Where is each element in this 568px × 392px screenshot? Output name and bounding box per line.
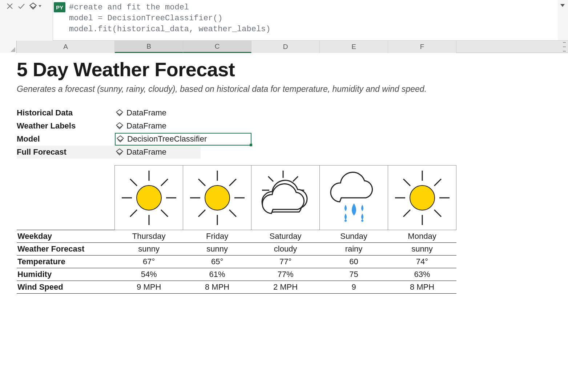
table-cell[interactable]: rainy	[320, 243, 388, 256]
meta-value-text: DataFrame	[126, 121, 166, 131]
column-header-f[interactable]: F	[388, 41, 456, 53]
table-cell[interactable]: cloudy	[251, 243, 320, 256]
cancel-icon[interactable]	[5, 1, 15, 11]
formula-bar-controls	[0, 0, 53, 41]
meta-row: Weather LabelsDataFrame	[17, 119, 568, 132]
table-cell[interactable]: 9 MPH	[115, 281, 183, 294]
worksheet[interactable]: 5 Day Weather Forecast Generates a forec…	[0, 53, 568, 392]
meta-label: Weather Labels	[17, 121, 115, 131]
table-cell[interactable]: 8 MPH	[388, 281, 456, 294]
sunny-icon	[388, 166, 456, 230]
table-cell[interactable]: Saturday	[251, 230, 320, 243]
meta-value[interactable]: DataFrame	[115, 121, 180, 131]
column-header-a[interactable]: A	[17, 41, 115, 53]
enter-icon[interactable]	[17, 1, 26, 11]
page-subtitle: Generates a forecast (sunny, rainy, clou…	[17, 84, 568, 94]
table-cell[interactable]: 8 MPH	[183, 281, 251, 294]
table-row-label: Weekday	[17, 230, 115, 243]
chevron-down-icon	[39, 5, 41, 7]
linked-data-icon	[116, 148, 124, 156]
page-title: 5 Day Weather Forecast	[17, 58, 568, 81]
meta-value[interactable]: DataFrame	[115, 108, 180, 118]
meta-row: Full ForecastDataFrame	[17, 146, 568, 159]
meta-label: Historical Data	[17, 108, 115, 118]
meta-row: ModelDecisionTreeClassifier	[17, 132, 568, 146]
table-cell[interactable]: 2 MPH	[251, 281, 320, 294]
active-cell[interactable]: DecisionTreeClassifier	[115, 133, 251, 146]
table-row-label: Humidity	[17, 268, 115, 281]
table-cell[interactable]: 77%	[251, 268, 320, 281]
meta-value-text: DecisionTreeClassifier	[127, 134, 207, 144]
weather-icon-cell	[320, 166, 388, 230]
column-headers: ABCDEF	[0, 41, 568, 53]
table-cell[interactable]: 65°	[183, 256, 251, 268]
table-cell[interactable]: 54%	[115, 268, 183, 281]
column-header-b[interactable]: B	[115, 41, 183, 53]
weather-icon-cell	[251, 166, 320, 230]
formula-bar-expand-icon[interactable]	[559, 1, 567, 9]
meta-label: Model	[17, 134, 115, 144]
linked-data-icon	[116, 122, 124, 130]
python-badge: PY	[53, 0, 66, 41]
table-cell[interactable]: Monday	[388, 230, 456, 243]
python-output-mode-icon[interactable]	[28, 1, 38, 11]
table-cell[interactable]: sunny	[388, 243, 456, 256]
table-cell[interactable]: 74°	[388, 256, 456, 268]
column-header-c[interactable]: C	[183, 41, 251, 53]
column-header-e[interactable]: E	[320, 41, 388, 53]
table-cell[interactable]: 75	[320, 268, 388, 281]
weather-icon-cell	[388, 166, 456, 230]
table-cell[interactable]: 67°	[115, 256, 183, 268]
table-cell[interactable]: Thursday	[115, 230, 183, 243]
forecast-table: WeekdayThursdayFridaySaturdaySundayMonda…	[17, 165, 456, 294]
table-cell[interactable]: Sunday	[320, 230, 388, 243]
sunny-icon	[183, 166, 251, 230]
meta-label: Full Forecast	[17, 147, 115, 157]
table-cell[interactable]: 77°	[251, 256, 320, 268]
column-header-d[interactable]: D	[251, 41, 320, 53]
linked-data-icon	[116, 135, 124, 143]
vertical-scroll-grip-icon[interactable]	[563, 42, 566, 52]
weather-icon-cell	[183, 166, 251, 230]
formula-bar: PY #create and fit the model model = Dec…	[0, 0, 568, 41]
table-cell[interactable]: 63%	[388, 268, 456, 281]
table-cell[interactable]: 9	[320, 281, 388, 294]
table-row-label: Wind Speed	[17, 281, 115, 294]
table-row-label: Temperature	[17, 256, 115, 268]
table-row-label	[17, 166, 115, 230]
meta-table: Historical DataDataFrameWeather LabelsDa…	[17, 106, 568, 159]
sunny-icon	[115, 166, 183, 230]
cloudy-icon	[251, 166, 319, 230]
table-cell[interactable]: sunny	[183, 243, 251, 256]
meta-value[interactable]: DataFrame	[115, 147, 180, 157]
table-cell[interactable]: 61%	[183, 268, 251, 281]
meta-row: Historical DataDataFrame	[17, 106, 568, 119]
linked-data-icon	[116, 109, 124, 117]
meta-value-text: DataFrame	[126, 108, 166, 118]
formula-bar-code[interactable]: #create and fit the model model = Decisi…	[66, 0, 558, 40]
table-cell[interactable]: Friday	[183, 230, 251, 243]
weather-icon-cell	[115, 166, 183, 230]
table-cell[interactable]: sunny	[115, 243, 183, 256]
select-all-triangle[interactable]	[0, 41, 17, 53]
formula-bar-editor[interactable]: PY #create and fit the model model = Dec…	[53, 0, 558, 40]
meta-value-text: DataFrame	[126, 147, 166, 157]
rainy-icon	[320, 166, 388, 230]
table-row-label: Weather Forecast	[17, 243, 115, 256]
table-cell[interactable]: 60	[320, 256, 388, 268]
